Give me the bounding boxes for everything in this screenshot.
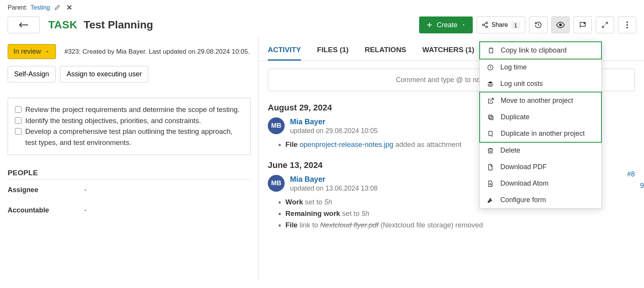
svg-rect-17 (490, 116, 493, 120)
menu-download-pdf[interactable]: Download PDF (480, 159, 601, 175)
checklist-item: Develop a comprehensive test plan outlin… (15, 126, 243, 148)
fullscreen-button[interactable] (596, 16, 614, 33)
menu-duplicate-other-project[interactable]: Duplicate in another project (480, 125, 601, 142)
share-button[interactable]: Share 1 (477, 16, 525, 33)
menu-delete[interactable]: Delete (480, 142, 601, 159)
more-actions-menu: Copy link to clipboard Log time Log unit… (479, 41, 602, 209)
history-button[interactable] (529, 16, 547, 33)
notifications-button[interactable] (574, 16, 592, 33)
assignee-label: Assignee (8, 186, 84, 194)
change-text: link to (300, 221, 318, 229)
back-button[interactable] (8, 16, 40, 33)
checklist-text: Review the project requirements and dete… (25, 104, 239, 115)
parent-link[interactable]: Testing (31, 4, 50, 11)
menu-label: Move to another project (501, 97, 573, 105)
activity-change: Remaining work set to 5h (285, 209, 635, 218)
change-field: File (285, 140, 298, 148)
assign-executing-user-button[interactable]: Assign to executing user (60, 66, 148, 82)
export-icon (487, 97, 495, 104)
copy-icon (487, 114, 495, 121)
create-label: Create (437, 21, 457, 29)
task-title[interactable]: Test Planning (84, 19, 153, 31)
svg-rect-19 (489, 131, 492, 135)
edit-parent-icon[interactable] (53, 5, 62, 10)
change-field: Remaining work (285, 209, 340, 217)
self-assign-button[interactable]: Self-Assign (8, 66, 56, 82)
checklist-checkbox[interactable] (15, 128, 21, 135)
checklist-item: Review the project requirements and dete… (15, 104, 243, 115)
menu-label: Log time (500, 63, 527, 71)
menu-label: Delete (500, 146, 520, 155)
checklist-checkbox[interactable] (15, 106, 21, 113)
change-field: Work (285, 198, 303, 206)
avatar[interactable]: MB (268, 175, 285, 192)
menu-log-time[interactable]: Log time (480, 59, 601, 76)
clipboard-icon (487, 47, 495, 54)
svg-point-12 (626, 21, 628, 23)
checklist-text: Develop a comprehensive test plan outlin… (25, 126, 243, 148)
change-field: File (285, 221, 298, 229)
change-text: added as attachment (395, 140, 462, 148)
svg-point-9 (584, 22, 586, 24)
tab-relations[interactable]: RELATIONS (365, 46, 406, 61)
avatar[interactable]: MB (268, 117, 285, 134)
menu-label: Download PDF (500, 163, 547, 171)
menu-configure-form[interactable]: Configure form (480, 192, 601, 208)
create-button[interactable]: Create (419, 16, 473, 33)
menu-label: Log unit costs (500, 80, 543, 88)
change-value-removed: Nextcloud flyer.pdf (320, 221, 379, 229)
menu-label: Configure form (500, 196, 546, 204)
activity-file-link[interactable]: openproject-release-notes.jpg (300, 140, 393, 148)
svg-point-8 (559, 24, 562, 26)
file-atom-icon (487, 180, 494, 187)
menu-log-costs[interactable]: Log unit costs (480, 76, 601, 92)
svg-point-14 (626, 27, 628, 28)
tab-watchers[interactable]: WATCHERS (1) (422, 46, 474, 61)
clock-icon (487, 64, 494, 71)
status-dropdown[interactable]: In review (8, 44, 56, 59)
menu-move-project[interactable]: Move to another project (480, 92, 601, 109)
checklist-item: Identify the testing objectives, priorit… (15, 115, 243, 127)
checklist-text: Identify the testing objectives, priorit… (25, 115, 201, 127)
menu-duplicate[interactable]: Duplicate (480, 109, 601, 125)
accountable-field[interactable]: Accountable - (8, 200, 251, 221)
svg-rect-18 (488, 115, 492, 118)
assignee-field[interactable]: Assignee - (8, 180, 251, 200)
change-value: 5h (361, 209, 369, 217)
svg-line-11 (602, 26, 604, 28)
svg-rect-15 (489, 48, 493, 53)
svg-point-5 (486, 26, 488, 28)
change-text: set to (305, 198, 322, 206)
change-text: set to (342, 209, 359, 217)
tab-files[interactable]: FILES (1) (317, 46, 349, 61)
parent-breadcrumb: Parent: Testing ✕ (0, 0, 644, 12)
menu-copy-link[interactable]: Copy link to clipboard (480, 42, 601, 59)
accountable-value: - (84, 206, 87, 214)
assignee-value: - (84, 186, 87, 194)
menu-download-atom[interactable]: Download Atom (480, 175, 601, 192)
checklist-checkbox[interactable] (15, 117, 21, 124)
svg-point-3 (486, 22, 488, 24)
wrench-icon (487, 197, 494, 204)
details-pane: In review #323: Created by Mia Bayer. La… (0, 37, 259, 281)
activity-number-link[interactable]: #8 (627, 170, 635, 178)
menu-label: Download Atom (500, 179, 549, 188)
menu-label: Copy link to clipboard (501, 46, 567, 54)
svg-line-10 (606, 22, 608, 24)
svg-point-4 (482, 24, 484, 26)
activity-number-peek[interactable]: 9 (640, 181, 644, 190)
description-checklist[interactable]: Review the project requirements and dete… (8, 98, 251, 155)
svg-line-6 (484, 23, 486, 25)
share-label: Share (492, 21, 508, 28)
remove-parent-icon[interactable]: ✕ (65, 3, 74, 12)
accountable-label: Accountable (8, 206, 84, 214)
watch-button[interactable] (551, 16, 570, 33)
task-meta: #323: Created by Mia Bayer. Last updated… (64, 48, 250, 56)
trash-icon (487, 147, 494, 154)
parent-label: Parent: (8, 4, 28, 11)
change-value: 5h (324, 198, 332, 206)
tab-activity[interactable]: ACTIVITY (268, 46, 301, 61)
more-actions-button[interactable] (618, 16, 636, 33)
svg-point-13 (626, 24, 628, 26)
menu-label: Duplicate in another project (501, 130, 585, 138)
